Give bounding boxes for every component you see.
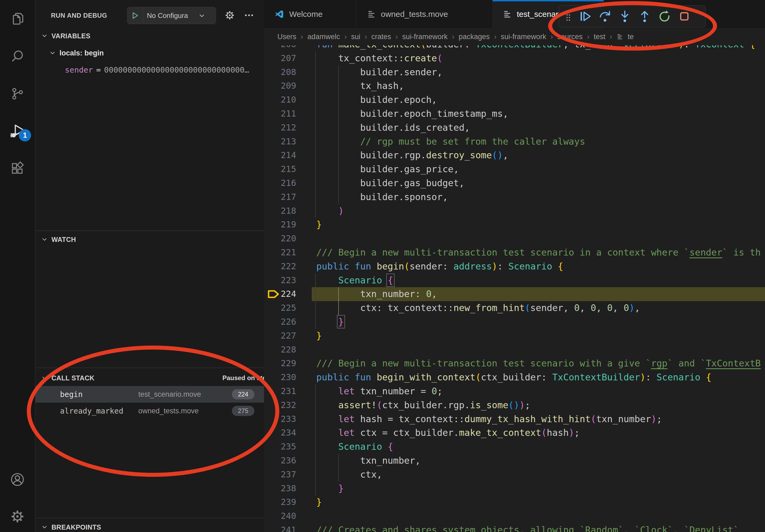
line-number[interactable]: 236 [264,454,296,468]
code-line[interactable]: 237 ctx, [264,468,765,482]
call-stack-frame[interactable]: begin test_scenario.move 224 [35,386,264,402]
code-line[interactable]: 239} [264,495,765,509]
extensions-icon[interactable] [0,161,35,176]
stop-button[interactable] [674,7,694,26]
debug-config-dropdown[interactable]: No Configura [127,7,216,24]
code-line[interactable]: 214 builder.rgp.destroy_some(), [264,148,765,162]
code-line[interactable]: 210 builder.epoch, [264,93,765,107]
run-and-debug-icon[interactable]: 1 [0,123,35,140]
tab-owned-tests[interactable]: owned_tests.move [357,0,493,28]
code-line[interactable]: 241/// Creates and shares system objects… [264,523,765,532]
search-icon[interactable] [0,49,35,64]
breadcrumb-item[interactable]: sui-framework [402,33,447,41]
code-line[interactable]: 222public fun begin(sender: address): Sc… [264,260,765,274]
line-number[interactable]: 210 [264,93,296,107]
breadcrumb-item[interactable]: adamwelc [308,33,340,41]
line-number[interactable]: 220 [264,232,296,246]
line-number[interactable]: 215 [264,162,296,176]
line-number[interactable]: 240 [264,509,296,523]
breadcrumb-item[interactable]: test [594,33,605,41]
continue-button[interactable] [575,7,595,26]
line-number[interactable]: 208 [264,65,296,79]
line-number[interactable]: 221 [264,246,296,260]
code-line[interactable]: 230public fun begin_with_context(ctx_bui… [264,371,765,385]
line-number[interactable]: 217 [264,190,296,204]
code-line[interactable]: 217 builder.sponsor, [264,190,765,204]
code-line[interactable]: 232 assert!(ctx_builder.rgp.is_some()); [264,398,765,412]
restart-button[interactable] [655,7,674,26]
source-control-icon[interactable] [0,86,35,101]
start-debug-icon[interactable] [127,7,143,24]
variables-scope-row[interactable]: locals: begin [35,48,278,58]
breadcrumb-item[interactable]: packages [458,33,490,41]
code-line[interactable]: 240 [264,509,765,523]
call-stack-frame[interactable]: already_marked owned_tests.move 275 [35,402,264,419]
line-number[interactable]: 229 [264,357,296,371]
line-number[interactable]: 232 [264,398,296,412]
variable-row[interactable]: sender = 000000000000000000000000000000… [35,64,294,76]
config-dropdown-label[interactable]: No Configura [143,12,198,20]
code-line[interactable]: 229/// Begin a new multi-transaction tes… [264,357,765,371]
line-number[interactable]: 227 [264,329,296,343]
line-number[interactable]: 235 [264,440,296,454]
code-line[interactable]: 208 builder.sender, [264,65,765,79]
code-line[interactable]: 236 txn_number, [264,454,765,468]
line-number[interactable]: 231 [264,385,296,398]
line-number[interactable]: 214 [264,148,296,162]
code-line[interactable]: 207 tx_context::create( [264,51,765,65]
breadcrumb-file[interactable]: te [628,33,634,41]
code-line[interactable]: 224 txn_number: 0, [264,287,765,301]
code-line[interactable]: 238 } [264,482,765,496]
code-line[interactable]: 213 // rgp must be set from the caller a… [264,135,765,149]
variables-section-header[interactable]: VARIABLES [35,31,270,41]
breadcrumb-item[interactable]: sui [351,33,361,41]
line-number[interactable]: 223 [264,274,296,287]
line-number[interactable]: 238 [264,482,296,496]
chevron-down-icon[interactable] [198,12,205,19]
code-line[interactable]: 225 ctx: tx_context::new_from_hint(sende… [264,301,765,315]
line-number[interactable]: 213 [264,135,296,149]
line-number[interactable]: 234 [264,426,296,440]
line-number[interactable]: 219 [264,218,296,232]
line-number[interactable]: 237 [264,468,296,482]
toolbar-drag-handle[interactable] [561,7,575,26]
line-number[interactable]: 212 [264,121,296,135]
code-line[interactable]: 228 [264,343,765,357]
code-line[interactable]: 231 let txn_number = 0; [264,385,765,398]
code-line[interactable]: 223 Scenario { [264,274,765,287]
line-number[interactable]: 226 [264,315,296,329]
code-line[interactable]: 220 [264,232,765,246]
tab-welcome[interactable]: Welcome [264,0,357,28]
line-number[interactable]: 222 [264,260,296,274]
breakpoints-section-header[interactable]: BREAKPOINTS [35,522,270,532]
code-line[interactable]: 235 Scenario { [264,440,765,454]
line-number[interactable]: 230 [264,371,296,385]
code-line[interactable]: 216 builder.gas_budget, [264,176,765,190]
line-number[interactable]: 241 [264,523,296,532]
line-number[interactable]: 207 [264,51,296,65]
line-number[interactable]: 225 [264,301,296,315]
line-number[interactable]: 216 [264,176,296,190]
line-number[interactable]: 228 [264,343,296,357]
step-out-button[interactable] [635,7,655,26]
more-actions-icon[interactable] [240,7,259,24]
call-stack-section-header[interactable]: CALL STACK Paused on step [35,372,280,384]
code-line[interactable]: 218 ) [264,204,765,218]
line-number[interactable]: 218 [264,204,296,218]
line-number[interactable]: 233 [264,412,296,426]
code-line[interactable]: 211 builder.epoch_timestamp_ms, [264,107,765,121]
watch-section-header[interactable]: WATCH [35,234,270,245]
debug-gear-icon[interactable] [220,7,239,24]
code-line[interactable]: 209 tx_hash, [264,79,765,93]
line-number[interactable]: 239 [264,495,296,509]
line-number[interactable]: 211 [264,107,296,121]
explorer-icon[interactable] [0,11,35,26]
code-line[interactable]: 233 let hash = tx_context::dummy_tx_hash… [264,412,765,426]
code-line[interactable]: 212 builder.ids_created, [264,121,765,135]
account-icon[interactable] [0,471,35,487]
code-line[interactable]: 227} [264,329,765,343]
breadcrumb-item[interactable]: crates [372,33,391,41]
step-into-button[interactable] [615,7,635,26]
code-line[interactable]: 226 } [264,315,765,329]
settings-gear-icon[interactable] [0,508,35,524]
